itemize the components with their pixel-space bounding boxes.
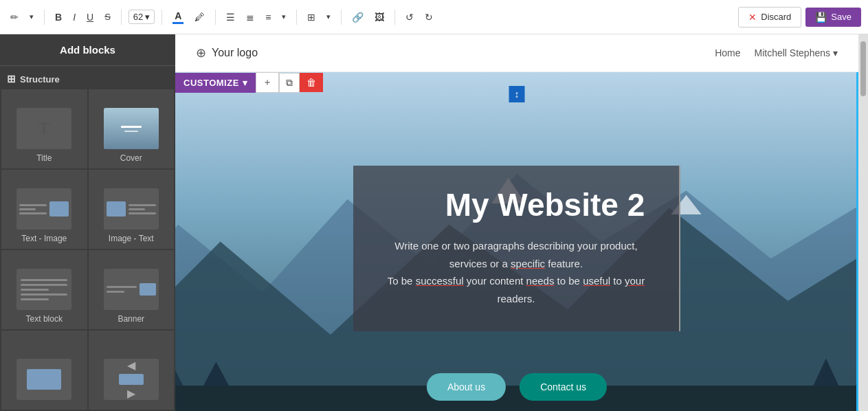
line-6 — [129, 212, 156, 214]
block-item-cover[interactable]: Cover — [89, 89, 175, 168]
separator-1 — [44, 10, 45, 25]
discard-label: Discard — [761, 12, 791, 22]
font-color-btn[interactable]: A — [169, 8, 187, 26]
media-btn[interactable]: 🖼 — [371, 9, 388, 25]
grid-structure-icon: ⊞ — [7, 73, 16, 85]
sidebar-add-blocks-title: Add blocks — [60, 44, 115, 56]
tb-line-4 — [21, 293, 67, 296]
block-item-banner[interactable]: Banner — [89, 250, 175, 329]
hero-body-useful: to be — [554, 275, 583, 287]
cover-preview-content — [121, 126, 142, 132]
scrollbar-thumb[interactable] — [860, 41, 866, 96]
block-item-text-block[interactable]: Text block — [1, 250, 87, 329]
underline-btn[interactable]: U — [83, 9, 97, 25]
align-btn[interactable]: ≡ — [262, 9, 274, 25]
customize-button[interactable]: CUSTOMIZE ▾ — [175, 73, 256, 93]
logo-text: Your logo — [212, 47, 258, 59]
hero-body-your2: your — [625, 275, 645, 287]
block-item-gallery[interactable] — [1, 331, 87, 410]
save-floppy-icon: 💾 — [815, 12, 827, 23]
hero-background: ↕ My Website 2 Write one or two paragrap… — [175, 72, 858, 411]
hero-body-your: your content — [464, 275, 526, 287]
add-block-btn[interactable]: ＋ — [256, 72, 279, 93]
align-dropdown-btn[interactable]: ▾ — [278, 10, 289, 24]
duplicate-block-btn[interactable]: ⧉ — [279, 73, 300, 93]
prev-arrow-icon[interactable]: ◀ — [127, 359, 135, 372]
redo-btn[interactable]: ↻ — [421, 9, 436, 25]
logo-circle-icon: ⊕ — [196, 45, 206, 60]
save-button[interactable]: 💾 Save — [805, 8, 861, 27]
gallery-preview — [19, 359, 69, 400]
separator-4 — [215, 10, 216, 25]
hero-content-box: My Website 2 Write one or two paragraphs… — [353, 166, 680, 331]
hero-body-useful-word: useful — [583, 275, 610, 287]
table-btn[interactable]: ⊞ — [304, 9, 319, 25]
hero-body-line4: readers. — [497, 293, 535, 304]
nav-user-menu[interactable]: Mitchell Stephens ▾ — [754, 47, 838, 58]
hero-body-services: services or a — [449, 258, 511, 269]
resize-cursor-box[interactable]: ↕ — [509, 86, 525, 102]
block-label-text-block: Text block — [26, 314, 63, 324]
website-header: ⊕ Your logo Home Mitchell Stephens ▾ — [175, 34, 858, 72]
block-preview-banner — [104, 269, 159, 310]
tb-line-3 — [21, 289, 49, 291]
img-placeholder-2 — [107, 201, 126, 216]
block-preview-title: T — [16, 108, 71, 149]
block-item-title[interactable]: T Title — [1, 89, 87, 168]
separator-5 — [296, 10, 297, 25]
color-a-label: A — [175, 10, 181, 21]
content-area: ⊕ Your logo Home Mitchell Stephens ▾ CUS… — [175, 34, 858, 411]
cursor-indicator: ↕ — [509, 86, 525, 102]
block-item-slideshow[interactable]: ◀ ▶ — [89, 331, 175, 410]
bold-btn[interactable]: B — [52, 9, 65, 25]
next-arrow-icon[interactable]: ▶ — [127, 387, 135, 400]
link-btn[interactable]: 🔗 — [348, 9, 367, 25]
gallery-img-big — [27, 369, 61, 390]
undo-btn[interactable]: ↺ — [402, 9, 417, 25]
text-lines-preview — [19, 204, 47, 214]
bn-line-2 — [107, 291, 124, 293]
sidebar: Add blocks ⊞ Structure T Title — [0, 34, 175, 411]
pencil-tool-btn[interactable]: ✏ — [7, 9, 22, 25]
img-placeholder — [49, 201, 69, 216]
strikethrough-btn[interactable]: S — [101, 9, 114, 25]
about-us-button[interactable]: About us — [427, 373, 506, 401]
pencil-dropdown-btn[interactable]: ▾ — [26, 10, 37, 24]
banner-preview — [107, 283, 156, 296]
sidebar-header: Add blocks — [0, 34, 175, 66]
block-preview-cover — [104, 108, 159, 149]
block-preview-image-text — [104, 188, 159, 230]
block-preview-text-image — [16, 188, 71, 230]
banner-img — [140, 283, 156, 296]
hero-body-needs: needs — [526, 275, 555, 287]
font-size-dropdown-icon[interactable]: ▾ — [145, 12, 150, 22]
hero-title[interactable]: My Website 2 — [388, 186, 645, 223]
block-item-text-image[interactable]: Text - Image — [1, 170, 87, 249]
hero-body-line1: Write one or two paragraphs describing y… — [394, 240, 637, 252]
contact-us-button[interactable]: Contact us — [520, 373, 607, 401]
website-nav: Home Mitchell Stephens ▾ — [715, 47, 838, 58]
customize-bar: CUSTOMIZE ▾ ＋ ⧉ 🗑 — [175, 72, 323, 93]
font-size-control: 62 ▾ — [129, 10, 155, 24]
delete-block-btn[interactable]: 🗑 — [300, 73, 323, 92]
italic-btn[interactable]: I — [69, 9, 79, 25]
discard-button[interactable]: ✕ Discard — [738, 7, 801, 27]
nav-home-link[interactable]: Home — [715, 47, 740, 58]
slide-img — [119, 374, 144, 385]
eye-dropper-btn[interactable]: 🖉 — [191, 8, 208, 25]
line-4 — [129, 204, 156, 206]
separator-6 — [341, 10, 342, 25]
hero-buttons: About us Contact us — [427, 373, 607, 401]
block-label-text-image: Text - Image — [21, 234, 67, 243]
list-ul-btn[interactable]: ☰ — [223, 9, 238, 25]
tb-line-1 — [21, 279, 67, 281]
blocks-grid: T Title Cover — [0, 88, 175, 411]
block-label-cover: Cover — [120, 153, 142, 163]
block-item-image-text[interactable]: Image - Text — [89, 170, 175, 249]
separator-2 — [121, 10, 122, 25]
tb-line-5 — [21, 298, 49, 300]
right-scrollbar[interactable] — [858, 34, 868, 411]
separator-7 — [394, 10, 395, 25]
list-ol-btn[interactable]: ≣ — [243, 9, 258, 25]
table-dropdown-btn[interactable]: ▾ — [323, 10, 334, 24]
